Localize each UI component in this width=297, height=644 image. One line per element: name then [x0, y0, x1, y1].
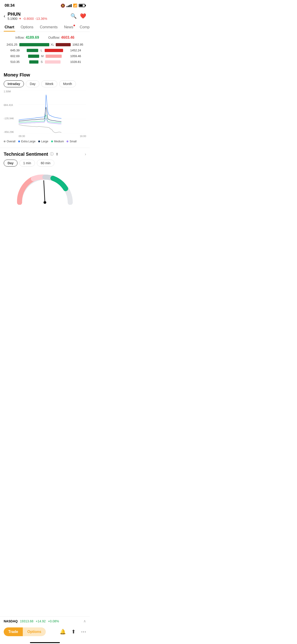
- legend-large-dot: [38, 140, 40, 142]
- flow-m-right: 1059.46: [70, 54, 85, 58]
- sentiment-tab-1min[interactable]: 1 min: [19, 160, 35, 166]
- flow-l-green-bar: [27, 49, 38, 52]
- header-right: 🔍 ❤️: [70, 13, 86, 19]
- y-label-4: -956.29K: [4, 130, 17, 133]
- legend-overall: Overall: [4, 140, 16, 143]
- stock-symbol: PHUN: [8, 12, 47, 17]
- nav-tabs: Chart Options Comments News Company: [0, 23, 90, 32]
- back-button[interactable]: ‹: [4, 13, 5, 19]
- flow-xl-bars: XL: [18, 43, 72, 46]
- legend-small-dot: [66, 140, 68, 142]
- bell-icon: 🔕: [60, 4, 65, 8]
- inflow-value: 4189.69: [26, 36, 39, 40]
- flow-l-red-bar: [45, 49, 63, 52]
- signal-bars: [66, 4, 72, 7]
- news-notification-dot: [74, 25, 75, 26]
- share-icon[interactable]: ⬆: [56, 152, 58, 156]
- inflow-total: Inflow: 4189.69: [16, 36, 39, 40]
- y-label-1: 1.50M: [4, 90, 17, 93]
- flow-s-red-bar: [45, 60, 60, 64]
- flow-row-s: 510.35 S 1028.81: [4, 60, 85, 64]
- flow-s-left: 510.35: [4, 60, 20, 64]
- x-label-end: 16:00: [80, 135, 86, 138]
- chart-svg: [19, 90, 86, 134]
- legend-medium: Medium: [51, 140, 64, 143]
- tab-options[interactable]: Options: [20, 23, 34, 32]
- chart-y-labels: 1.50M 684.41K -135.94K -956.29K: [4, 90, 19, 134]
- legend-small-label: Small: [70, 140, 76, 143]
- money-flow-period-tabs: Intraday Day Week Month: [0, 80, 90, 90]
- price-pct: -13.36%: [35, 17, 47, 20]
- legend-extra-large-dot: [18, 140, 20, 142]
- stock-info: PHUN 5.1900 ▼ -0.8000 -13.36%: [8, 12, 47, 20]
- legend-medium-label: Medium: [54, 140, 64, 143]
- svg-line-4: [44, 180, 45, 202]
- period-tab-intraday[interactable]: Intraday: [4, 80, 24, 87]
- legend-overall-dot: [4, 140, 6, 142]
- legend-extra-large-label: Extra Large: [21, 140, 36, 143]
- tech-sentiment-section: Technical Sentiment ⓘ ⬆ ›: [0, 148, 90, 160]
- flow-l-right: 1452.24: [70, 48, 85, 52]
- flow-xl-right: 1062.95: [72, 43, 86, 46]
- period-tab-week[interactable]: Week: [41, 80, 57, 87]
- tech-sentiment-title: Technical Sentiment: [4, 152, 48, 157]
- gauge-container: [0, 170, 90, 212]
- search-icon[interactable]: 🔍: [70, 13, 77, 19]
- tab-news[interactable]: News: [63, 23, 74, 32]
- info-icon[interactable]: ⓘ: [50, 152, 54, 156]
- wifi-icon: 📶: [73, 4, 77, 8]
- battery-icon: [79, 4, 85, 7]
- chart-svg-wrapper: [19, 90, 86, 134]
- header: ‹ PHUN 5.1900 ▼ -0.8000 -13.36% 🔍 ❤️: [0, 10, 90, 23]
- status-time: 08:34: [4, 3, 14, 8]
- flow-m-red-bar: [46, 54, 62, 58]
- gauge-svg: [15, 172, 75, 205]
- tab-company[interactable]: Company: [79, 23, 90, 32]
- period-tab-month[interactable]: Month: [59, 80, 76, 87]
- flow-m-left: 602.69: [4, 54, 20, 58]
- flow-l-left: 645.39: [4, 48, 20, 52]
- legend-large-label: Large: [41, 140, 48, 143]
- tab-chart[interactable]: Chart: [4, 23, 15, 32]
- stock-price: 5.1900: [8, 17, 18, 20]
- flow-xl-red-bar: [56, 43, 71, 46]
- header-left: ‹ PHUN 5.1900 ▼ -0.8000 -13.36%: [4, 12, 47, 20]
- outflow-label: Outflow:: [48, 36, 60, 40]
- outflow-total: Outflow: 4603.46: [48, 36, 74, 40]
- chevron-right-icon[interactable]: ›: [85, 152, 86, 156]
- flow-m-green-bar: [28, 54, 39, 58]
- flow-xl-left: 2431.25: [4, 43, 18, 46]
- flow-row-l: 645.39 L 1452.24: [4, 48, 85, 52]
- flow-xl-label: XL: [51, 43, 54, 46]
- inflow-label: Inflow:: [16, 36, 25, 40]
- money-flow-section: Money Flow Intraday Day Week Month 1.50M…: [0, 68, 90, 148]
- legend-extra-large: Extra Large: [18, 140, 36, 143]
- flow-section: Inflow: 4189.69 Outflow: 4603.46 2431.25…: [0, 32, 90, 68]
- status-icons: 🔕 📶: [60, 4, 85, 8]
- chart-legend: Overall Extra Large Large Medium Small: [0, 138, 90, 148]
- price-arrow: ▼: [19, 17, 22, 20]
- tech-sentiment-title-row: Technical Sentiment ⓘ ⬆: [4, 152, 58, 157]
- tab-comments[interactable]: Comments: [39, 23, 58, 32]
- flow-totals: Inflow: 4189.69 Outflow: 4603.46: [4, 36, 85, 40]
- flow-s-right: 1028.81: [70, 60, 85, 64]
- legend-overall-label: Overall: [7, 140, 16, 143]
- sentiment-tab-day[interactable]: Day: [4, 160, 18, 166]
- legend-small: Small: [66, 140, 76, 143]
- legend-medium-dot: [51, 140, 53, 142]
- money-flow-chart: 1.50M 684.41K -135.94K -956.29K: [0, 90, 90, 138]
- flow-s-label: S: [40, 60, 44, 64]
- outflow-value: 4603.46: [61, 36, 74, 40]
- chart-x-labels: 09:30 16:00: [4, 134, 86, 138]
- period-tab-day[interactable]: Day: [26, 80, 39, 87]
- sentiment-tab-60min[interactable]: 60 min: [37, 160, 54, 166]
- flow-m-bars: M: [20, 54, 70, 58]
- x-label-start: 09:30: [19, 135, 25, 138]
- flow-s-green-bar: [29, 60, 38, 64]
- flow-xl-green-bar: [19, 43, 49, 46]
- flow-l-label: L: [40, 48, 43, 52]
- y-label-2: 684.41K: [4, 104, 17, 106]
- favorite-icon[interactable]: ❤️: [80, 13, 86, 19]
- flow-m-label: M: [40, 54, 44, 58]
- svg-point-5: [44, 201, 46, 204]
